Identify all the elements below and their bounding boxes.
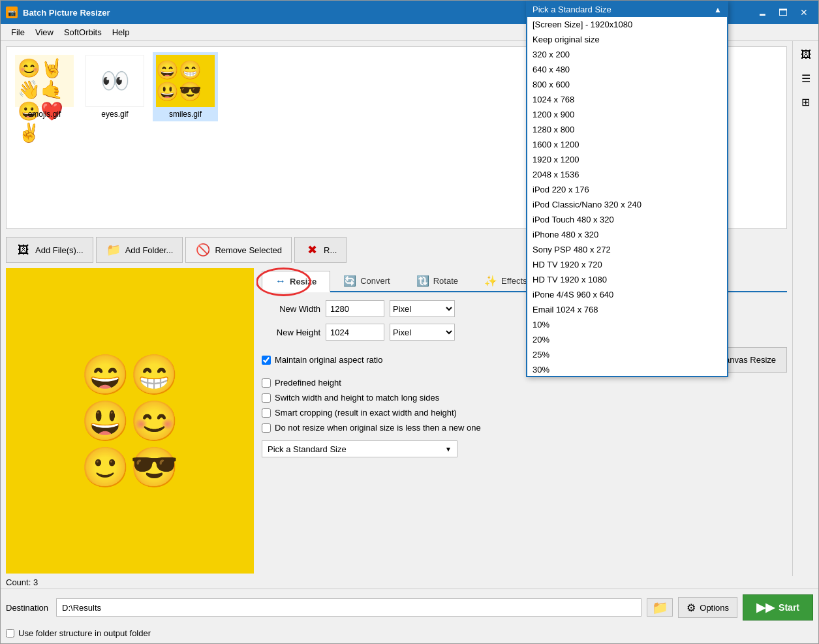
count-badge: Count: 3 bbox=[6, 577, 38, 587]
remove-all-icon: ✖ bbox=[304, 242, 320, 258]
use-folder-structure-checkbox[interactable] bbox=[6, 629, 14, 637]
remove-all-button[interactable]: ✖ R... bbox=[294, 237, 347, 263]
sidebar-list-view-button[interactable]: ☰ bbox=[795, 67, 817, 89]
file-label: eyes.gif bbox=[101, 110, 128, 119]
switch-sides-label: Switch width and height to match long si… bbox=[275, 393, 439, 403]
tab-convert-label: Convert bbox=[360, 276, 390, 286]
remove-all-label: R... bbox=[324, 245, 337, 255]
dropdown-item[interactable]: Email 1024 x 768 bbox=[527, 302, 727, 317]
list-item[interactable]: 😄😁😃😎 smiles.gif bbox=[153, 52, 218, 121]
dropdown-item[interactable]: 1280 x 800 bbox=[527, 122, 727, 137]
destination-label: Destination bbox=[6, 603, 48, 613]
menu-file[interactable]: File bbox=[6, 26, 30, 38]
convert-tab-icon: 🔄 bbox=[343, 275, 356, 287]
width-unit-select[interactable]: Pixel Percent Inch Cm bbox=[390, 300, 455, 317]
dropdown-arrow-icon: ▼ bbox=[445, 446, 452, 453]
no-resize-label: Do not resize when original size is less… bbox=[275, 423, 481, 433]
dropdown-header: Pick a Standard Size ▲ bbox=[527, 2, 727, 17]
no-resize-checkbox[interactable] bbox=[262, 423, 271, 433]
destination-input[interactable] bbox=[56, 598, 641, 617]
remove-selected-label: Remove Selected bbox=[215, 245, 282, 255]
add-files-button[interactable]: 🖼 Add File(s)... bbox=[6, 237, 93, 263]
right-sidebar: 🖼 ☰ ⊞ bbox=[792, 41, 818, 576]
list-item[interactable]: 👀 eyes.gif bbox=[82, 52, 147, 121]
minimize-button[interactable]: 🗕 bbox=[753, 5, 771, 20]
maintain-aspect-checkbox[interactable] bbox=[262, 356, 271, 365]
width-label: New Width bbox=[262, 304, 320, 314]
dropdown-item[interactable]: iPone 4/4S 960 x 640 bbox=[527, 287, 727, 302]
dropdown-item[interactable]: 1920 x 1200 bbox=[527, 152, 727, 167]
list-item[interactable]: 😊🤘👋🤙😀❤️✌️ emojis.gif bbox=[12, 52, 77, 121]
dropdown-item[interactable]: 10% bbox=[527, 317, 727, 332]
start-icon: ▶▶ bbox=[756, 600, 775, 615]
menu-help[interactable]: Help bbox=[107, 26, 135, 38]
dropdown-item[interactable]: iPhone 480 x 320 bbox=[527, 227, 727, 242]
resize-tab-icon: ↔ bbox=[275, 275, 286, 287]
destination-browse-button[interactable]: 📁 bbox=[647, 598, 673, 617]
add-folder-button[interactable]: 📁 Add Folder... bbox=[96, 237, 183, 263]
smiles-thumbnail: 😄😁😃😎 bbox=[156, 55, 215, 107]
dropdown-item[interactable]: 320 x 200 bbox=[527, 47, 727, 62]
sidebar-grid-view-button[interactable]: ⊞ bbox=[795, 91, 817, 113]
close-button[interactable]: ✕ bbox=[795, 5, 813, 20]
width-input[interactable] bbox=[326, 300, 384, 317]
dropdown-item[interactable]: 25% bbox=[527, 347, 727, 362]
remove-selected-button[interactable]: 🚫 Remove Selected bbox=[185, 237, 292, 263]
switch-sides-checkbox[interactable] bbox=[262, 393, 271, 403]
use-folder-structure-label: Use folder structure in output folder bbox=[18, 628, 151, 638]
add-folder-icon: 📁 bbox=[106, 242, 121, 258]
standard-size-dropdown[interactable]: Pick a Standard Size ▼ bbox=[262, 440, 457, 457]
rotate-tab-icon: 🔃 bbox=[416, 275, 429, 287]
smart-crop-row: Smart cropping (result in exact width an… bbox=[262, 408, 787, 418]
dropdown-item[interactable]: 20% bbox=[527, 332, 727, 347]
standard-size-dropdown-label: Pick a Standard Size bbox=[268, 444, 347, 454]
tab-convert[interactable]: 🔄 Convert bbox=[330, 271, 403, 291]
dropdown-item[interactable]: 800 x 600 bbox=[527, 77, 727, 92]
dropdown-item[interactable]: HD TV 1920 x 720 bbox=[527, 257, 727, 272]
dropdown-item[interactable]: Keep original size bbox=[527, 32, 727, 47]
file-label: emojis.gif bbox=[28, 110, 61, 119]
dropdown-item[interactable]: 1200 x 900 bbox=[527, 107, 727, 122]
tab-resize[interactable]: ↔ Resize bbox=[262, 271, 330, 292]
height-unit-select[interactable]: Pixel Percent Inch Cm bbox=[390, 324, 455, 341]
height-label: New Height bbox=[262, 328, 320, 337]
eyes-thumbnail: 👀 bbox=[85, 55, 144, 107]
dropdown-item[interactable]: iPod Classic/Nano 320 x 240 bbox=[527, 197, 727, 212]
window-controls: 🗕 🗖 ✕ bbox=[753, 5, 813, 20]
dropdown-item[interactable]: iPod Touch 480 x 320 bbox=[527, 212, 727, 227]
dropdown-item[interactable]: iPod 220 x 176 bbox=[527, 182, 727, 197]
dropdown-item[interactable]: 2048 x 1536 bbox=[527, 167, 727, 182]
tab-rotate[interactable]: 🔃 Rotate bbox=[403, 271, 471, 291]
dropdown-scrollbar-up[interactable]: ▲ bbox=[714, 5, 722, 14]
dropdown-item[interactable]: Sony PSP 480 x 272 bbox=[527, 242, 727, 257]
dropdown-item[interactable]: 640 x 480 bbox=[527, 62, 727, 77]
options-icon: ⚙ bbox=[687, 602, 696, 614]
switch-sides-row: Switch width and height to match long si… bbox=[262, 393, 787, 403]
options-button[interactable]: ⚙ Options bbox=[678, 597, 737, 618]
standard-size-dropdown-overlay[interactable]: Pick a Standard Size ▲ [Screen Size] - 1… bbox=[526, 1, 728, 377]
predefined-height-checkbox[interactable] bbox=[262, 378, 271, 388]
dropdown-item[interactable]: 1024 x 768 bbox=[527, 92, 727, 107]
start-button[interactable]: ▶▶ Start bbox=[743, 594, 813, 621]
remove-icon: 🚫 bbox=[195, 242, 211, 258]
dropdown-item[interactable]: 1600 x 1200 bbox=[527, 137, 727, 152]
menu-view[interactable]: View bbox=[30, 26, 59, 38]
no-resize-row: Do not resize when original size is less… bbox=[262, 423, 787, 433]
dropdown-item[interactable]: HD TV 1920 x 1080 bbox=[527, 272, 727, 287]
dropdown-item[interactable]: [Screen Size] - 1920x1080 bbox=[527, 17, 727, 32]
preview-area: 😄😁😃😊🙂😎 bbox=[6, 268, 254, 574]
smart-crop-checkbox[interactable] bbox=[262, 408, 271, 418]
sidebar-image-view-button[interactable]: 🖼 bbox=[795, 44, 817, 66]
height-input[interactable] bbox=[326, 324, 384, 341]
menu-softorbits[interactable]: SoftOrbits bbox=[59, 26, 107, 38]
destination-bar: Destination 📁 ⚙ Options ▶▶ Start bbox=[1, 589, 818, 626]
predefined-height-row: Predefined height bbox=[262, 378, 787, 388]
add-files-label: Add File(s)... bbox=[35, 245, 84, 255]
dropdown-list[interactable]: [Screen Size] - 1920x1080Keep original s… bbox=[527, 17, 727, 376]
dropdown-header-label: Pick a Standard Size bbox=[533, 5, 611, 14]
dropdown-item[interactable]: 30% bbox=[527, 362, 727, 376]
footer-checkbox-row: Use folder structure in output folder bbox=[1, 626, 818, 643]
tab-effects-label: Effects bbox=[501, 276, 527, 286]
effects-tab-icon: ✨ bbox=[484, 275, 497, 287]
maximize-button[interactable]: 🗖 bbox=[774, 5, 792, 20]
